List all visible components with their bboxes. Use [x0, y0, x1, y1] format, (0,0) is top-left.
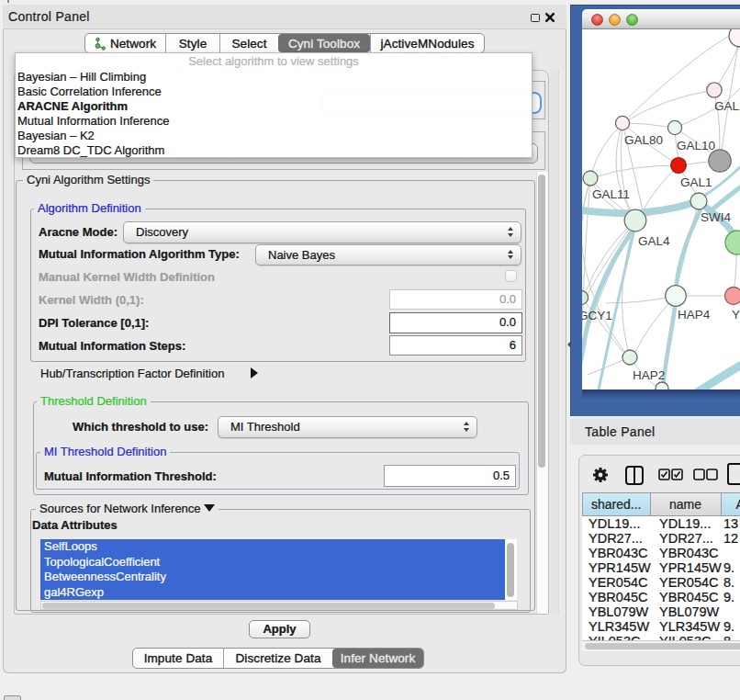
svg-text:HAP4: HAP4 — [678, 308, 711, 322]
svg-text:GAL80: GAL80 — [624, 133, 663, 147]
svg-text:YDR: YDR — [732, 308, 740, 322]
svg-text:SWI4: SWI4 — [701, 210, 731, 224]
svg-text:GAL4: GAL4 — [638, 234, 670, 248]
svg-text:GCY1: GCY1 — [582, 309, 612, 322]
svg-text:HAP2: HAP2 — [633, 368, 665, 382]
svg-text:GAL1: GAL1 — [680, 175, 712, 189]
svg-text:GAL2: GAL2 — [714, 99, 740, 113]
svg-text:GAL11: GAL11 — [592, 187, 630, 201]
svg-text:GAL10: GAL10 — [677, 139, 715, 152]
